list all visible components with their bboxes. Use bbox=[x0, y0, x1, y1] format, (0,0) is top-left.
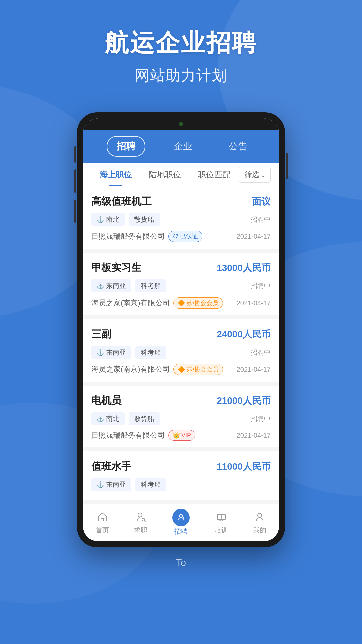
job-bottom: 海员之家(南京)有限公司 🔶 苏•协会会员 2021-04-17 bbox=[91, 364, 271, 375]
phone-inner: 招聘 企业 公告 海上职位 陆地职位 bbox=[83, 118, 279, 541]
company-name: 海员之家(南京)有限公司 bbox=[91, 298, 170, 308]
training-icon bbox=[215, 510, 228, 524]
location-icon: ⚓ bbox=[97, 282, 104, 290]
job-title: 高级值班机工 bbox=[91, 195, 152, 208]
job-bottom: 日照晟瑞船务有限公司 👑 VIP 2021-04-17 bbox=[91, 430, 271, 441]
job-card[interactable]: 值班水手 11000人民币 ⚓ 东南亚 科考船 bbox=[83, 451, 279, 500]
bottom-label: To bbox=[0, 547, 362, 582]
job-bottom: 日照晟瑞船务有限公司 🛡 已认证 2021-04-17 bbox=[91, 231, 271, 242]
job-card[interactable]: 电机员 21000人民币 ⚓ 南北 散货船 bbox=[83, 386, 279, 447]
job-status: 招聘中 bbox=[251, 281, 271, 290]
job-tags: ⚓ 南北 散货船 招聘中 bbox=[91, 213, 271, 226]
home-icon bbox=[96, 510, 109, 524]
svg-point-5 bbox=[138, 513, 142, 517]
job-salary: 面议 bbox=[252, 195, 271, 208]
filter-button[interactable]: 筛选 ↓ bbox=[239, 167, 271, 183]
cert-badge: 🛡 已认证 bbox=[168, 231, 202, 242]
svg-point-9 bbox=[258, 513, 262, 517]
recruit-circle-icon bbox=[172, 509, 190, 526]
job-tag-location: ⚓ 东南亚 bbox=[91, 279, 131, 292]
job-title: 三副 bbox=[91, 327, 111, 341]
job-status: 招聘中 bbox=[251, 215, 271, 224]
hero-section: 航运企业招聘 网站助力计划 bbox=[0, 0, 362, 92]
job-card[interactable]: 高级值班机工 面议 ⚓ 南北 散货船 bbox=[83, 186, 279, 249]
job-top: 甲板实习生 13000人民币 bbox=[91, 261, 271, 275]
phone-notch bbox=[83, 118, 279, 130]
hero-subtitle: 网站助力计划 bbox=[0, 66, 362, 86]
sub-tab-bar: 海上职位 陆地职位 职位匹配 筛选 ↓ bbox=[83, 163, 279, 186]
job-tag-ship: 科考船 bbox=[135, 478, 166, 491]
subtab-sea[interactable]: 海上职位 bbox=[91, 163, 140, 186]
subtab-match[interactable]: 职位匹配 bbox=[190, 163, 239, 186]
location-icon: ⚓ bbox=[97, 415, 104, 423]
job-tags: ⚓ 东南亚 科考船 招聘中 bbox=[91, 346, 271, 359]
subtab-land[interactable]: 陆地职位 bbox=[140, 163, 190, 186]
job-top: 电机员 21000人民币 bbox=[91, 394, 271, 408]
company-info: 日照晟瑞船务有限公司 🛡 已认证 bbox=[91, 231, 202, 242]
job-list: 高级值班机工 面议 ⚓ 南北 散货船 bbox=[83, 186, 279, 500]
job-salary: 11000人民币 bbox=[217, 460, 271, 473]
job-tag-ship: 散货船 bbox=[129, 412, 160, 425]
job-top: 值班水手 11000人民币 bbox=[91, 460, 271, 473]
job-bottom: 海员之家(南京)有限公司 🔶 苏•协会会员 2021-04-17 bbox=[91, 297, 271, 309]
volume-up-button bbox=[74, 169, 76, 193]
job-tags-left: ⚓ 南北 散货船 bbox=[91, 412, 160, 425]
job-top: 三副 24000人民币 bbox=[91, 327, 271, 341]
company-info: 海员之家(南京)有限公司 🔶 苏•协会会员 bbox=[91, 364, 223, 375]
cert-badge: 🔶 苏•协会会员 bbox=[173, 364, 223, 375]
company-name: 日照晟瑞船务有限公司 bbox=[91, 231, 165, 241]
tab-notice[interactable]: 公告 bbox=[221, 137, 255, 156]
nav-item-profile[interactable]: 我的 bbox=[253, 510, 266, 535]
job-top: 高级值班机工 面议 bbox=[91, 195, 271, 208]
job-tag-location: ⚓ 东南亚 bbox=[91, 346, 131, 359]
phone-outer: 招聘 企业 公告 海上职位 陆地职位 bbox=[77, 112, 285, 547]
company-name: 海员之家(南京)有限公司 bbox=[91, 364, 170, 374]
nav-item-training[interactable]: 培训 bbox=[215, 510, 228, 535]
company-info: 日照晟瑞船务有限公司 👑 VIP bbox=[91, 430, 195, 441]
vip-icon: 👑 bbox=[173, 432, 180, 439]
mute-button bbox=[74, 146, 76, 163]
app-content: 招聘 企业 公告 海上职位 陆地职位 bbox=[83, 130, 279, 541]
badge-icon: 🔶 bbox=[178, 366, 185, 373]
job-date: 2021-04-17 bbox=[237, 366, 271, 373]
company-name: 日照晟瑞船务有限公司 bbox=[91, 430, 165, 440]
job-title: 甲板实习生 bbox=[91, 261, 141, 275]
company-info: 海员之家(南京)有限公司 🔶 苏•协会会员 bbox=[91, 297, 223, 309]
job-tags-left: ⚓ 南北 散货船 bbox=[91, 213, 160, 226]
tab-enterprise[interactable]: 企业 bbox=[166, 137, 200, 156]
job-card[interactable]: 甲板实习生 13000人民币 ⚓ 东南亚 科考船 bbox=[83, 253, 279, 315]
job-salary: 21000人民币 bbox=[217, 394, 271, 407]
job-title: 电机员 bbox=[91, 394, 121, 408]
job-tag-ship: 散货船 bbox=[129, 213, 160, 226]
job-date: 2021-04-17 bbox=[237, 233, 271, 240]
bottom-nav: 首页 求职 bbox=[83, 504, 279, 541]
svg-point-7 bbox=[179, 514, 183, 518]
job-tags: ⚓ 东南亚 科考船 招聘中 bbox=[91, 279, 271, 292]
job-date: 2021-04-17 bbox=[237, 432, 271, 439]
power-button bbox=[286, 153, 288, 179]
location-icon: ⚓ bbox=[97, 481, 104, 488]
job-tags-left: ⚓ 东南亚 科考船 bbox=[91, 279, 166, 292]
nav-item-home[interactable]: 首页 bbox=[96, 510, 109, 535]
job-salary: 24000人民币 bbox=[217, 328, 271, 341]
cert-badge: 👑 VIP bbox=[168, 430, 195, 441]
volume-down-button bbox=[74, 200, 76, 223]
nav-item-recruit[interactable]: 招聘 bbox=[172, 509, 190, 536]
job-status: 招聘中 bbox=[251, 414, 271, 423]
top-tab-bar: 招聘 企业 公告 bbox=[83, 130, 279, 163]
job-tag-location: ⚓ 南北 bbox=[91, 213, 125, 226]
job-tags: ⚓ 东南亚 科考船 bbox=[91, 478, 271, 491]
job-tags-left: ⚓ 东南亚 科考船 bbox=[91, 478, 166, 491]
phone-camera bbox=[179, 122, 183, 126]
profile-icon bbox=[253, 510, 266, 524]
job-card[interactable]: 三副 24000人民币 ⚓ 东南亚 科考船 bbox=[83, 319, 279, 382]
nav-item-search[interactable]: 求职 bbox=[134, 510, 147, 535]
job-status: 招聘中 bbox=[251, 348, 271, 357]
tab-recruit[interactable]: 招聘 bbox=[107, 136, 145, 157]
job-tags: ⚓ 南北 散货船 招聘中 bbox=[91, 412, 271, 425]
badge-icon: 🔶 bbox=[178, 299, 185, 307]
location-icon: ⚓ bbox=[97, 349, 104, 356]
job-tag-location: ⚓ 东南亚 bbox=[91, 478, 131, 491]
shield-icon: 🛡 bbox=[173, 233, 179, 240]
phone-mockup: 招聘 企业 公告 海上职位 陆地职位 bbox=[0, 112, 362, 547]
